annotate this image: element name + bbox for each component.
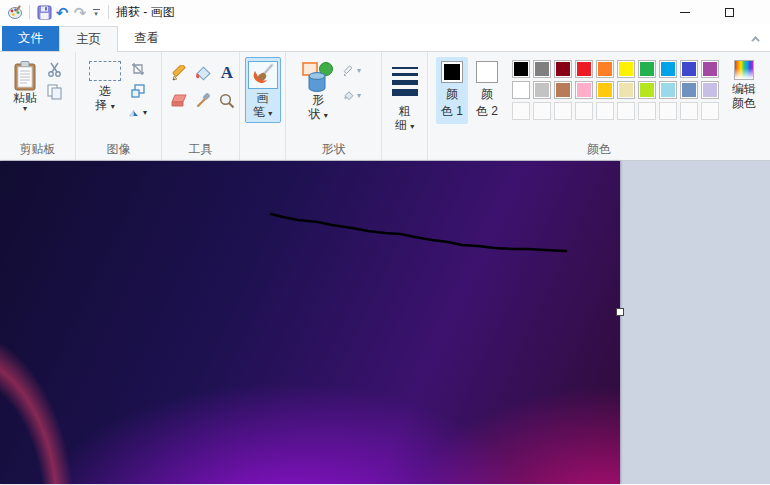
group-clipboard: 粘贴 ▾ 剪贴板 <box>0 52 76 160</box>
dropdown-icon: ▾ <box>111 102 115 111</box>
maximize-icon <box>725 8 734 17</box>
brushes-button[interactable]: 画 笔 ▾ <box>245 57 281 123</box>
palette-swatch-empty[interactable] <box>575 102 593 120</box>
palette-swatch[interactable] <box>701 60 719 78</box>
shape-fill-button[interactable]: ▾ <box>343 88 361 104</box>
copy-button[interactable] <box>45 84 63 100</box>
palette-swatch[interactable] <box>575 81 593 99</box>
resize-icon <box>131 84 145 98</box>
canvas-resize-handle[interactable] <box>616 308 624 316</box>
drawn-line <box>271 214 566 251</box>
palette-swatch[interactable] <box>596 60 614 78</box>
fill-tool-button[interactable] <box>192 61 214 85</box>
group-label-image: 图像 <box>76 141 161 158</box>
palette-swatch-empty[interactable] <box>554 102 572 120</box>
resize-button[interactable] <box>129 83 147 99</box>
window-title: 捕获 - 画图 <box>116 4 175 21</box>
palette-swatch[interactable] <box>638 81 656 99</box>
ribbon: 粘贴 ▾ 剪贴板 选 <box>0 52 770 161</box>
tab-home[interactable]: 主页 <box>59 26 118 52</box>
minimize-button[interactable] <box>662 0 707 24</box>
palette-swatch-empty[interactable] <box>533 102 551 120</box>
palette-swatch[interactable] <box>512 60 530 78</box>
group-brushes: 画 笔 ▾ <box>240 52 286 160</box>
selection-rectangle-icon <box>89 61 121 81</box>
palette-swatch[interactable] <box>512 81 530 99</box>
palette-swatch-empty[interactable] <box>701 102 719 120</box>
quick-access-dropdown-icon[interactable]: ▾ <box>89 9 103 16</box>
palette-swatch[interactable] <box>575 60 593 78</box>
divider <box>29 5 30 19</box>
eraser-tool-button[interactable] <box>168 89 190 113</box>
group-colors: 颜 色 1 颜 色 2 编辑 颜色 颜色 <box>428 52 770 160</box>
group-shapes: 形 状 ▾ ▾ ▾ 形状 <box>286 52 382 160</box>
cut-button[interactable] <box>45 61 63 77</box>
shapes-button[interactable]: 形 状 ▾ <box>296 57 340 125</box>
maximize-button[interactable] <box>707 0 752 24</box>
palette-swatch[interactable] <box>617 81 635 99</box>
fill-bucket-icon <box>194 65 212 82</box>
palette-swatch-empty[interactable] <box>596 102 614 120</box>
eraser-icon <box>170 94 188 108</box>
paint-app-icon[interactable] <box>6 3 24 21</box>
undo-icon[interactable]: ↶ <box>53 3 71 21</box>
palette-swatch-empty[interactable] <box>617 102 635 120</box>
dropdown-icon: ▾ <box>143 109 147 117</box>
group-label-tools: 工具 <box>162 141 239 158</box>
dropdown-icon: ▾ <box>357 67 361 75</box>
palette-swatch[interactable] <box>701 81 719 99</box>
dropdown-icon: ▾ <box>268 109 272 118</box>
title-bar: ↶ ↷ ▾ 捕获 - 画图 <box>0 0 770 24</box>
palette-swatch[interactable] <box>617 60 635 78</box>
text-tool-button[interactable]: A <box>216 61 238 85</box>
redo-icon[interactable]: ↷ <box>71 3 89 21</box>
palette-swatch[interactable] <box>659 81 677 99</box>
outline-pencil-icon <box>343 65 355 78</box>
group-label-colors: 颜色 <box>428 141 770 158</box>
rotate-button[interactable]: ▾ <box>129 105 147 121</box>
collapse-ribbon-button[interactable] <box>750 33 764 45</box>
palette-swatch[interactable] <box>680 60 698 78</box>
drawing-canvas[interactable] <box>0 161 620 484</box>
palette-swatch[interactable] <box>554 81 572 99</box>
color1-swatch <box>441 61 463 83</box>
color-picker-tool-button[interactable] <box>192 89 214 113</box>
pencil-tool-button[interactable] <box>168 61 190 85</box>
edit-colors-button[interactable]: 编辑 颜色 <box>723 57 765 110</box>
color-palette <box>512 60 719 120</box>
size-button[interactable]: 粗 细 ▾ <box>387 57 423 136</box>
color2-button[interactable]: 颜 色 2 <box>471 57 503 124</box>
clipboard-icon <box>13 61 37 91</box>
palette-swatch[interactable] <box>680 81 698 99</box>
select-button[interactable]: 选 择 ▾ <box>84 57 126 116</box>
palette-swatch[interactable] <box>638 60 656 78</box>
palette-swatch[interactable] <box>533 81 551 99</box>
magnifier-icon <box>219 93 235 109</box>
ribbon-tab-row: 文件 主页 查看 <box>0 24 770 52</box>
magnifier-tool-button[interactable] <box>216 89 238 113</box>
shape-outline-button[interactable]: ▾ <box>343 63 361 79</box>
crop-button[interactable] <box>129 61 147 77</box>
palette-swatch-empty[interactable] <box>680 102 698 120</box>
line-thickness-icon <box>392 67 418 96</box>
dropdown-icon: ▾ <box>23 105 27 113</box>
rotate-icon <box>129 106 141 120</box>
tab-view[interactable]: 查看 <box>118 26 175 51</box>
paste-button[interactable]: 粘贴 ▾ <box>8 57 42 117</box>
eyedropper-icon <box>195 93 211 109</box>
color1-button[interactable]: 颜 色 1 <box>436 57 468 124</box>
color2-swatch <box>476 61 498 83</box>
palette-swatch-empty[interactable] <box>659 102 677 120</box>
save-icon[interactable] <box>35 3 53 21</box>
palette-swatch[interactable] <box>596 81 614 99</box>
palette-swatch-empty[interactable] <box>512 102 530 120</box>
brush-icon <box>251 63 275 87</box>
group-image: 选 择 ▾ ▾ <box>76 52 162 160</box>
palette-swatch[interactable] <box>533 60 551 78</box>
tab-file[interactable]: 文件 <box>2 26 59 51</box>
palette-swatch-empty[interactable] <box>638 102 656 120</box>
shape-fill-bucket-icon <box>343 90 355 103</box>
palette-swatch[interactable] <box>659 60 677 78</box>
rainbow-icon <box>734 60 754 80</box>
palette-swatch[interactable] <box>554 60 572 78</box>
